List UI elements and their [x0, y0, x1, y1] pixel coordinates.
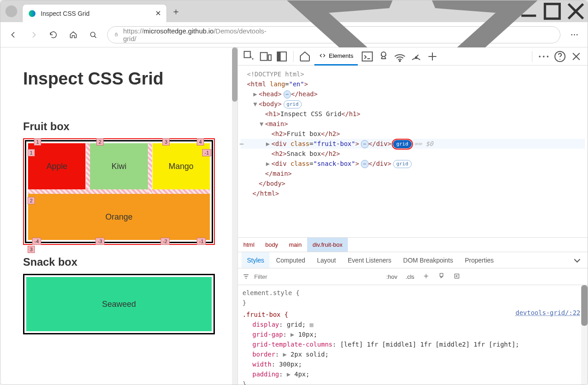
dock-side-button[interactable] — [275, 50, 289, 63]
settings-menu-button[interactable] — [566, 26, 583, 43]
css-decl[interactable]: grid-template-columns: [left] 1fr [middl… — [242, 339, 583, 349]
grid-cell-apple: Apple — [28, 143, 85, 189]
dom-node[interactable]: ▼<main> — [241, 119, 585, 129]
styles-tab-computed[interactable]: Computed — [270, 252, 311, 268]
css-decl[interactable]: grid-gap: ▶ 10px; — [242, 329, 583, 339]
search-button[interactable] — [85, 26, 102, 43]
dom-node[interactable]: ▼<body>grid — [241, 99, 585, 109]
svg-point-0 — [29, 10, 36, 17]
svg-point-19 — [381, 52, 386, 56]
home-button[interactable] — [65, 26, 82, 43]
dom-node[interactable]: ▶<div class="snack-box">⋯</div>grid — [241, 159, 585, 169]
styles-filter-input[interactable] — [254, 273, 330, 280]
svg-rect-37 — [455, 274, 459, 278]
dom-node[interactable]: <!DOCTYPE html> — [241, 69, 585, 79]
grid-line-label: 1 — [34, 138, 41, 146]
browser-tab[interactable]: Inspect CSS Grid ✕ — [22, 4, 167, 22]
crumb-main[interactable]: main — [284, 238, 307, 252]
help-button[interactable] — [553, 50, 567, 63]
more-options-button[interactable] — [537, 50, 550, 63]
dom-node[interactable]: </body> — [241, 178, 585, 188]
grid-line-label: -4 — [32, 238, 41, 245]
css-decl[interactable]: border: ▶ 2px solid; — [242, 349, 583, 359]
grid-line-label: 3 — [162, 138, 170, 146]
toggle-hov[interactable]: :hov — [384, 273, 399, 280]
inspect-element-button[interactable] — [242, 50, 256, 63]
css-source-link[interactable]: devtools-grid/:22 — [516, 308, 580, 318]
styles-filter-bar: :hov .cls — [238, 268, 588, 285]
tab-console[interactable] — [360, 50, 374, 63]
dom-node[interactable]: </main> — [241, 169, 585, 178]
filter-icon — [242, 273, 250, 280]
dom-node[interactable]: ▶<head>⋯</head> — [241, 89, 585, 99]
styles-brush-button[interactable] — [436, 272, 447, 281]
tab-performance[interactable] — [409, 50, 423, 63]
url-text: https://microsoftedge.github.io/Demos/de… — [123, 27, 266, 42]
css-rule: element.style { — [242, 288, 583, 298]
snack-box: Seaweed — [23, 274, 215, 334]
styles-scrollbar[interactable] — [581, 285, 588, 385]
refresh-button[interactable] — [45, 26, 62, 43]
tab-elements[interactable]: Elements — [314, 47, 358, 66]
svg-point-25 — [543, 56, 545, 57]
browser-toolbar: https://microsoftedge.github.io/Demos/de… — [0, 22, 588, 47]
dom-tree[interactable]: <!DOCTYPE html> <html lang="en"> ▶<head>… — [238, 66, 588, 237]
svg-rect-12 — [244, 51, 251, 57]
svg-rect-13 — [261, 52, 267, 61]
grid-cell-mango: Mango — [152, 143, 210, 189]
dom-node[interactable]: </html> — [241, 188, 585, 198]
crumb-html[interactable]: html — [238, 238, 260, 252]
svg-point-20 — [399, 60, 401, 61]
new-tab-button[interactable]: ＋ — [167, 0, 185, 22]
close-devtools-button[interactable] — [569, 50, 583, 63]
grid-line-label: -2 — [161, 238, 170, 245]
dom-node[interactable]: <h2>Snack box</h2> — [241, 149, 585, 159]
device-toolbar-button[interactable] — [259, 50, 272, 63]
dom-node-selected[interactable]: ▶<div class="fruit-box">⋯</div>grid== $0 — [241, 139, 585, 149]
styles-more-button[interactable] — [570, 254, 584, 267]
css-decl[interactable]: padding: ▶ 4px; — [242, 369, 583, 379]
svg-point-21 — [415, 56, 417, 58]
profile-button[interactable] — [0, 0, 22, 22]
toggle-cls[interactable]: .cls — [404, 273, 417, 280]
devtools-panel: Elements <!DOCTYPE html> <html lang="en"… — [238, 47, 588, 385]
dom-node[interactable]: <h2>Fruit box</h2> — [241, 129, 585, 139]
code-icon — [319, 52, 326, 59]
styles-tab-properties[interactable]: Properties — [460, 252, 499, 268]
grid-line-label: -3 — [95, 238, 104, 245]
dom-breadcrumbs: html body main div.fruit-box — [238, 237, 588, 252]
tab-close-button[interactable]: ✕ — [155, 9, 161, 18]
more-tabs-button[interactable] — [426, 50, 439, 63]
tab-title: Inspect CSS Grid — [41, 10, 151, 17]
styles-tab-layout[interactable]: Layout — [312, 252, 341, 268]
styles-tab-styles[interactable]: Styles — [242, 252, 270, 268]
styles-tab-dom-breakpoints[interactable]: DOM Breakpoints — [398, 252, 458, 268]
snack-box-heading: Snack box — [23, 256, 215, 268]
svg-rect-36 — [440, 273, 443, 277]
tab-network[interactable] — [393, 50, 407, 63]
styles-body[interactable]: element.style { } .fruit-box { devtools-… — [238, 285, 588, 385]
styles-tab-event-listeners[interactable]: Event Listeners — [342, 252, 397, 268]
css-decl[interactable]: width: 300px; — [242, 359, 583, 369]
grid-line-label: 1 — [28, 149, 35, 156]
page-viewport: Inspect CSS Grid Fruit box Apple Kiwi Ma… — [0, 47, 238, 385]
dom-node[interactable]: <html lang="en"> — [241, 79, 585, 89]
window-close-button[interactable] — [564, 0, 588, 22]
styles-tabs: Styles Computed Layout Event Listeners D… — [238, 252, 588, 268]
tab-welcome[interactable] — [298, 50, 312, 63]
svg-point-9 — [571, 34, 573, 35]
crumb-selected[interactable]: div.fruit-box — [307, 238, 348, 252]
forward-button[interactable] — [25, 26, 42, 43]
css-decl[interactable]: display: grid; ▦ — [242, 319, 583, 329]
css-rule: } — [242, 298, 583, 308]
styles-computed-toggle[interactable] — [451, 272, 462, 281]
grid-badge-active[interactable]: grid — [393, 140, 412, 148]
crumb-body[interactable]: body — [260, 238, 284, 252]
tab-sources[interactable] — [377, 50, 390, 63]
page-scrollbar[interactable] — [232, 47, 237, 385]
address-bar[interactable]: https://microsoftedge.github.io/Demos/de… — [107, 26, 560, 43]
dom-node[interactable]: <h1>Inspect CSS Grid</h1> — [241, 109, 585, 119]
new-style-rule-button[interactable] — [421, 272, 432, 281]
svg-rect-14 — [268, 55, 271, 61]
back-button[interactable] — [5, 26, 22, 43]
